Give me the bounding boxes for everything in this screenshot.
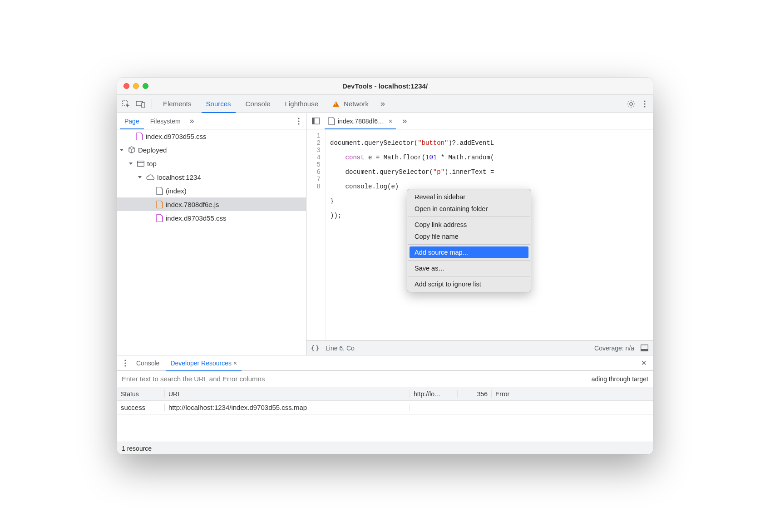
table-header: Status URL http://lo… 356 Error xyxy=(117,387,653,401)
navigator-more-icon[interactable] xyxy=(293,116,304,127)
tab-elements[interactable]: Elements xyxy=(157,95,198,113)
loading-through-target-label: ading through target xyxy=(592,375,648,383)
context-menu: Reveal in sidebar Open in containing fol… xyxy=(407,189,531,292)
window-title: DevTools - localhost:1234/ xyxy=(117,82,653,90)
file-index-css[interactable]: index.d9703d55.css xyxy=(117,211,306,225)
resources-table: Status URL http://lo… 356 Error success … xyxy=(117,387,653,442)
frame-icon xyxy=(137,161,144,167)
svg-point-18 xyxy=(124,365,126,366)
drawer-tab-dev-resources[interactable]: Developer Resources × xyxy=(165,355,242,371)
editor-statusbar: Line 6, Co Coverage: n/a xyxy=(306,340,653,355)
menu-copy-link[interactable]: Copy link address xyxy=(407,219,531,231)
inspect-icon[interactable] xyxy=(120,98,133,110)
col-size-header[interactable]: 356 xyxy=(458,390,492,398)
minimize-window-button[interactable] xyxy=(133,83,139,89)
file-css-top[interactable]: index.d9703d55.css xyxy=(117,129,306,143)
svg-point-17 xyxy=(124,362,126,364)
file-tree: index.d9703d55.css Deployed top localhos… xyxy=(117,129,306,225)
menu-add-ignore-list[interactable]: Add script to ignore list xyxy=(407,278,531,290)
file-icon xyxy=(156,187,163,195)
caret-down-icon xyxy=(129,163,133,165)
menu-open-containing-folder[interactable]: Open in containing folder xyxy=(407,203,531,215)
main-toolbar: Elements Sources Console Lighthouse Netw… xyxy=(117,95,653,113)
titlebar: DevTools - localhost:1234/ xyxy=(117,78,653,95)
cursor-position: Line 6, Co xyxy=(326,345,355,352)
drawer: Console Developer Resources × × ading th… xyxy=(117,355,653,454)
col-error-header[interactable]: Error xyxy=(492,390,653,398)
menu-add-source-map[interactable]: Add source map… xyxy=(410,246,528,258)
warning-icon xyxy=(333,101,339,107)
svg-rect-10 xyxy=(138,161,144,166)
navigator-tab-page[interactable]: Page xyxy=(119,113,145,129)
svg-point-16 xyxy=(124,360,126,361)
svg-point-3 xyxy=(630,103,632,105)
menu-reveal-sidebar[interactable]: Reveal in sidebar xyxy=(407,191,531,203)
svg-point-5 xyxy=(644,103,645,104)
drawer-more-icon[interactable] xyxy=(120,358,131,369)
show-sidebar-icon[interactable] xyxy=(641,345,648,351)
navigator-tab-filesystem[interactable]: Filesystem xyxy=(145,113,186,129)
svg-point-4 xyxy=(644,100,645,102)
row-url: http://localhost:1234/index.d9703d55.css… xyxy=(165,404,410,411)
cloud-icon xyxy=(146,174,154,180)
main-area: Page Filesystem » index.d9703d55.css Dep… xyxy=(117,113,653,355)
search-input[interactable] xyxy=(122,375,587,383)
search-row: ading through target xyxy=(117,371,653,387)
menu-copy-filename[interactable]: Copy file name xyxy=(407,231,531,242)
close-drawer-tab-icon[interactable]: × xyxy=(233,360,237,367)
file-js-icon xyxy=(156,201,163,208)
close-drawer-icon[interactable]: × xyxy=(637,357,650,369)
close-window-button[interactable] xyxy=(123,83,129,89)
package-icon xyxy=(128,146,135,153)
file-icon xyxy=(328,117,335,125)
close-tab-icon[interactable]: × xyxy=(389,118,392,125)
settings-icon[interactable] xyxy=(625,98,637,110)
file-index-html[interactable]: (index) xyxy=(117,184,306,197)
row-status: success xyxy=(117,404,165,411)
navigator-tabs: Page Filesystem » xyxy=(117,113,306,129)
col-initiator-link[interactable]: http://lo… xyxy=(410,390,458,398)
tabs-overflow-icon[interactable]: » xyxy=(377,99,389,108)
device-toggle-icon[interactable] xyxy=(134,98,147,110)
svg-rect-13 xyxy=(312,118,314,124)
zoom-window-button[interactable] xyxy=(143,83,148,89)
devtools-window: DevTools - localhost:1234/ Elements Sour… xyxy=(117,78,653,454)
editor-tab-index-js[interactable]: index.7808df6… × xyxy=(325,113,396,129)
svg-point-8 xyxy=(298,120,299,122)
svg-point-6 xyxy=(644,106,645,107)
toggle-navigator-icon[interactable] xyxy=(309,115,322,128)
table-row[interactable]: success http://localhost:1234/index.d970… xyxy=(117,401,653,414)
editor-tabs-overflow-icon[interactable]: » xyxy=(399,116,410,126)
col-url-header[interactable]: URL xyxy=(165,390,410,398)
tab-sources[interactable]: Sources xyxy=(200,95,237,113)
navigator-overflow-icon[interactable]: » xyxy=(186,116,198,126)
col-status-header[interactable]: Status xyxy=(117,390,165,398)
tree-host[interactable]: localhost:1234 xyxy=(117,170,306,184)
file-css-icon xyxy=(136,133,143,140)
tab-network[interactable]: Network xyxy=(326,95,375,113)
svg-rect-15 xyxy=(641,349,648,351)
file-css-icon xyxy=(156,214,163,222)
menu-save-as[interactable]: Save as… xyxy=(407,262,531,274)
caret-down-icon xyxy=(120,149,123,151)
coverage-label: Coverage: n/a xyxy=(594,345,634,352)
code-gutter: 12345678 xyxy=(306,129,326,340)
drawer-tab-console[interactable]: Console xyxy=(131,355,165,371)
file-index-js[interactable]: index.7808df6e.js xyxy=(117,197,306,211)
pretty-print-icon[interactable] xyxy=(311,345,319,351)
more-icon[interactable] xyxy=(639,99,650,109)
tree-top[interactable]: top xyxy=(117,157,306,170)
drawer-footer: 1 resource xyxy=(117,442,653,454)
tab-lighthouse[interactable]: Lighthouse xyxy=(279,95,325,113)
traffic-lights xyxy=(123,83,148,89)
tab-console[interactable]: Console xyxy=(239,95,277,113)
svg-rect-2 xyxy=(142,103,145,108)
svg-point-9 xyxy=(298,123,299,124)
tree-deployed[interactable]: Deployed xyxy=(117,143,306,157)
drawer-tabstrip: Console Developer Resources × × xyxy=(117,355,653,371)
navigator-panel: Page Filesystem » index.d9703d55.css Dep… xyxy=(117,113,306,355)
caret-down-icon xyxy=(138,176,142,178)
svg-point-7 xyxy=(298,118,299,119)
editor-tabstrip: index.7808df6… × » xyxy=(306,113,653,129)
